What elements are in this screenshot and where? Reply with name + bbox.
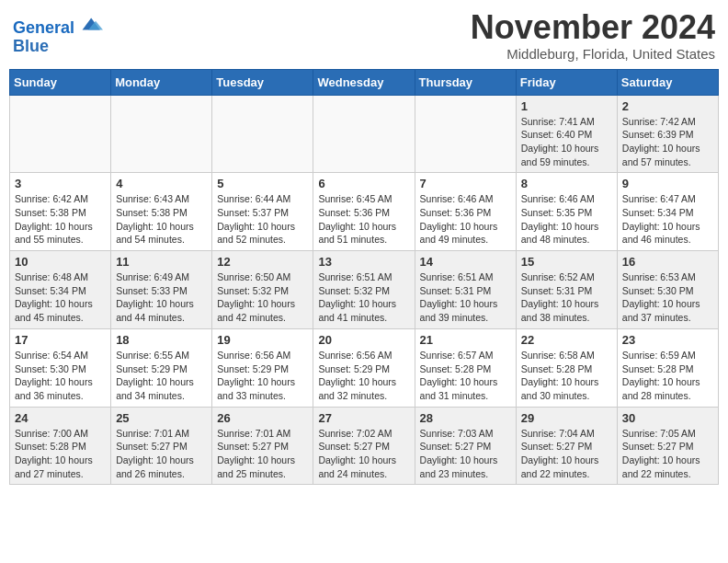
calendar-cell: 22Sunrise: 6:58 AM Sunset: 5:28 PM Dayli… (516, 328, 617, 407)
calendar-cell: 3Sunrise: 6:42 AM Sunset: 5:38 PM Daylig… (10, 173, 111, 251)
calendar-cell: 29Sunrise: 7:04 AM Sunset: 5:27 PM Dayli… (516, 407, 617, 485)
calendar-cell: 26Sunrise: 7:01 AM Sunset: 5:27 PM Dayli… (212, 407, 313, 485)
weekday-header: Friday (516, 69, 617, 95)
day-number: 16 (622, 255, 713, 269)
day-number: 11 (116, 255, 207, 269)
day-info: Sunrise: 6:50 AM Sunset: 5:32 PM Dayligh… (217, 270, 308, 325)
calendar-cell: 25Sunrise: 7:01 AM Sunset: 5:27 PM Dayli… (111, 407, 212, 485)
page-header: General Blue November 2024 Middleburg, F… (9, 9, 719, 62)
day-number: 21 (420, 333, 511, 347)
day-number: 2 (622, 99, 713, 113)
day-info: Sunrise: 6:54 AM Sunset: 5:30 PM Dayligh… (15, 349, 106, 403)
day-number: 9 (622, 177, 713, 190)
day-info: Sunrise: 7:41 AM Sunset: 6:40 PM Dayligh… (521, 115, 612, 169)
month-title: November 2024 (471, 9, 715, 46)
day-info: Sunrise: 6:44 AM Sunset: 5:37 PM Dayligh… (217, 192, 308, 247)
calendar-cell: 7Sunrise: 6:46 AM Sunset: 5:36 PM Daylig… (415, 173, 516, 251)
calendar-cell: 20Sunrise: 6:56 AM Sunset: 5:29 PM Dayli… (313, 328, 415, 407)
day-number: 5 (217, 177, 308, 190)
day-number: 20 (318, 333, 409, 347)
day-info: Sunrise: 6:57 AM Sunset: 5:28 PM Dayligh… (420, 349, 511, 403)
day-info: Sunrise: 7:04 AM Sunset: 5:27 PM Dayligh… (521, 427, 612, 481)
location-subtitle: Middleburg, Florida, United States (471, 46, 715, 62)
day-info: Sunrise: 6:47 AM Sunset: 5:34 PM Dayligh… (622, 192, 713, 247)
calendar-cell (415, 95, 516, 173)
day-number: 14 (420, 255, 511, 269)
day-info: Sunrise: 7:02 AM Sunset: 5:27 PM Dayligh… (318, 427, 409, 481)
day-info: Sunrise: 6:55 AM Sunset: 5:29 PM Dayligh… (116, 349, 207, 403)
day-number: 29 (521, 411, 612, 425)
logo-text: General (13, 15, 103, 38)
calendar-week-row: 17Sunrise: 6:54 AM Sunset: 5:30 PM Dayli… (10, 328, 719, 407)
day-number: 3 (15, 177, 106, 190)
day-info: Sunrise: 7:05 AM Sunset: 5:27 PM Dayligh… (622, 427, 713, 481)
day-number: 7 (420, 177, 511, 190)
calendar-cell (10, 95, 111, 173)
calendar-cell: 30Sunrise: 7:05 AM Sunset: 5:27 PM Dayli… (617, 407, 718, 485)
calendar-cell: 4Sunrise: 6:43 AM Sunset: 5:38 PM Daylig… (111, 173, 212, 251)
calendar-cell: 11Sunrise: 6:49 AM Sunset: 5:33 PM Dayli… (111, 251, 212, 329)
day-number: 4 (116, 177, 207, 190)
day-number: 10 (15, 255, 106, 269)
day-info: Sunrise: 7:00 AM Sunset: 5:28 PM Dayligh… (15, 427, 106, 481)
day-number: 8 (521, 177, 612, 190)
calendar-cell: 2Sunrise: 7:42 AM Sunset: 6:39 PM Daylig… (617, 95, 718, 173)
day-info: Sunrise: 7:42 AM Sunset: 6:39 PM Dayligh… (622, 115, 713, 169)
day-number: 26 (217, 411, 308, 425)
title-block: November 2024 Middleburg, Florida, Unite… (471, 9, 715, 62)
calendar-cell: 13Sunrise: 6:51 AM Sunset: 5:32 PM Dayli… (313, 251, 415, 329)
weekday-header: Wednesday (313, 69, 415, 95)
day-info: Sunrise: 6:48 AM Sunset: 5:34 PM Dayligh… (15, 270, 106, 325)
weekday-header: Monday (111, 69, 212, 95)
day-info: Sunrise: 6:43 AM Sunset: 5:38 PM Dayligh… (116, 192, 207, 247)
calendar-cell (313, 95, 415, 173)
day-number: 28 (420, 411, 511, 425)
calendar-cell: 28Sunrise: 7:03 AM Sunset: 5:27 PM Dayli… (415, 407, 516, 485)
day-info: Sunrise: 6:52 AM Sunset: 5:31 PM Dayligh… (521, 270, 612, 325)
day-info: Sunrise: 6:56 AM Sunset: 5:29 PM Dayligh… (217, 349, 308, 403)
day-info: Sunrise: 6:49 AM Sunset: 5:33 PM Dayligh… (116, 270, 207, 325)
day-number: 22 (521, 333, 612, 347)
calendar-cell: 18Sunrise: 6:55 AM Sunset: 5:29 PM Dayli… (111, 328, 212, 407)
day-info: Sunrise: 7:01 AM Sunset: 5:27 PM Dayligh… (217, 427, 308, 481)
calendar-cell: 10Sunrise: 6:48 AM Sunset: 5:34 PM Dayli… (10, 251, 111, 329)
calendar-cell: 21Sunrise: 6:57 AM Sunset: 5:28 PM Dayli… (415, 328, 516, 407)
calendar-cell (212, 95, 313, 173)
calendar-cell: 6Sunrise: 6:45 AM Sunset: 5:36 PM Daylig… (313, 173, 415, 251)
day-info: Sunrise: 6:58 AM Sunset: 5:28 PM Dayligh… (521, 349, 612, 403)
calendar-week-row: 1Sunrise: 7:41 AM Sunset: 6:40 PM Daylig… (10, 95, 719, 173)
day-info: Sunrise: 6:53 AM Sunset: 5:30 PM Dayligh… (622, 270, 713, 325)
day-number: 18 (116, 333, 207, 347)
day-number: 12 (217, 255, 308, 269)
calendar-cell (111, 95, 212, 173)
weekday-header: Saturday (617, 69, 718, 95)
day-number: 13 (318, 255, 409, 269)
calendar-header-row: SundayMondayTuesdayWednesdayThursdayFrid… (10, 69, 719, 95)
weekday-header: Sunday (10, 69, 111, 95)
day-number: 23 (622, 333, 713, 347)
calendar-cell: 14Sunrise: 6:51 AM Sunset: 5:31 PM Dayli… (415, 251, 516, 329)
calendar-week-row: 24Sunrise: 7:00 AM Sunset: 5:28 PM Dayli… (10, 407, 719, 485)
calendar-table: SundayMondayTuesdayWednesdayThursdayFrid… (9, 69, 719, 486)
day-number: 1 (521, 99, 612, 113)
calendar-cell: 8Sunrise: 6:46 AM Sunset: 5:35 PM Daylig… (516, 173, 617, 251)
calendar-cell: 9Sunrise: 6:47 AM Sunset: 5:34 PM Daylig… (617, 173, 718, 251)
day-info: Sunrise: 6:51 AM Sunset: 5:32 PM Dayligh… (318, 270, 409, 325)
calendar-cell: 17Sunrise: 6:54 AM Sunset: 5:30 PM Dayli… (10, 328, 111, 407)
calendar-cell: 19Sunrise: 6:56 AM Sunset: 5:29 PM Dayli… (212, 328, 313, 407)
logo-general: General (13, 18, 74, 37)
calendar-cell: 27Sunrise: 7:02 AM Sunset: 5:27 PM Dayli… (313, 407, 415, 485)
day-number: 30 (622, 411, 713, 425)
day-number: 19 (217, 333, 308, 347)
day-number: 15 (521, 255, 612, 269)
weekday-header: Thursday (415, 69, 516, 95)
calendar-cell: 16Sunrise: 6:53 AM Sunset: 5:30 PM Dayli… (617, 251, 718, 329)
logo-icon (81, 15, 103, 33)
day-number: 24 (15, 411, 106, 425)
calendar-cell: 12Sunrise: 6:50 AM Sunset: 5:32 PM Dayli… (212, 251, 313, 329)
calendar-cell: 23Sunrise: 6:59 AM Sunset: 5:28 PM Dayli… (617, 328, 718, 407)
logo: General Blue (13, 15, 103, 56)
calendar-cell: 24Sunrise: 7:00 AM Sunset: 5:28 PM Dayli… (10, 407, 111, 485)
day-info: Sunrise: 6:42 AM Sunset: 5:38 PM Dayligh… (15, 192, 106, 247)
day-number: 27 (318, 411, 409, 425)
